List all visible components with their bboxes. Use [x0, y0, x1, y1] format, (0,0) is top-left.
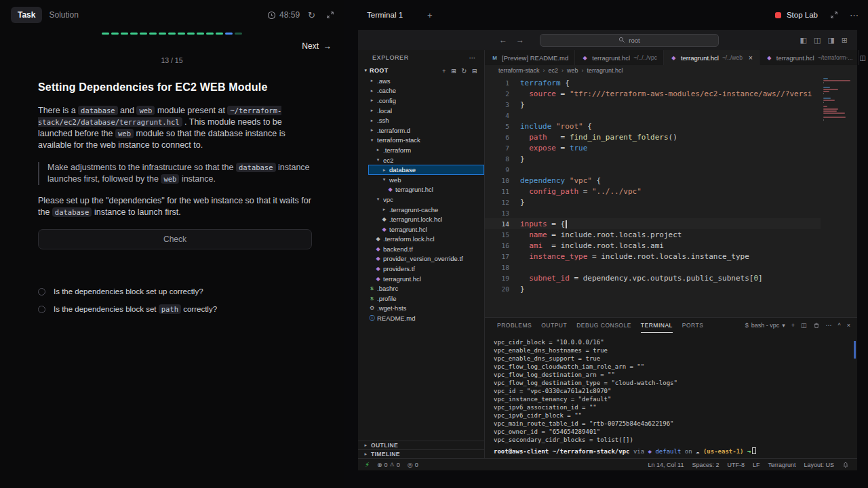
tree-item-.ssh[interactable]: ▸.ssh	[368, 115, 484, 125]
panel-tab-debug-console[interactable]: DEBUG CONSOLE	[576, 318, 631, 333]
code-line[interactable]: 8}	[485, 153, 857, 164]
customize-layout-icon[interactable]: ⊞	[842, 36, 848, 45]
remote-indicator-icon[interactable]: ⚡	[365, 461, 370, 468]
tree-item-database[interactable]: ▸database	[368, 165, 484, 175]
code-line[interactable]: 20}	[485, 283, 857, 294]
line-number[interactable]: 4	[485, 112, 509, 119]
breadcrumb-item[interactable]: web	[567, 67, 578, 74]
code-line[interactable]: 19 subnet_id = dependency.vpc.outputs.pu…	[485, 272, 857, 283]
panel-tab-problems[interactable]: PROBLEMS	[497, 318, 532, 333]
line-number[interactable]: 10	[485, 177, 509, 184]
line-number[interactable]: 11	[485, 188, 509, 195]
line-number[interactable]: 18	[485, 264, 509, 271]
command-center-search[interactable]: root	[540, 34, 719, 47]
next-button[interactable]: Next →	[302, 41, 332, 51]
code-line[interactable]: 4	[485, 110, 857, 121]
tree-item-vpc[interactable]: ▾vpc	[368, 195, 484, 205]
code-line[interactable]: 6 path = find_in_parent_folders()	[485, 131, 857, 142]
tree-item-.profile[interactable]: $.profile	[368, 293, 484, 304]
tree-item-.terraform.lock.hcl[interactable]: ◆.terraform.lock.hcl	[368, 235, 484, 245]
nav-back-icon[interactable]: ←	[499, 35, 507, 45]
breadcrumb-item[interactable]: terragrunt.hcl	[587, 67, 623, 74]
explorer-root-row[interactable]: ▾ ROOT + ⊞ ↻ ⊟	[358, 65, 484, 76]
outline-section[interactable]: ▸ OUTLINE	[358, 441, 484, 449]
indentation-setting[interactable]: Spaces: 2	[692, 462, 719, 468]
keyboard-layout[interactable]: Layout: US	[804, 462, 834, 468]
problems-status[interactable]: ⊗ 0 ⚠ 0	[377, 462, 400, 468]
new-terminal-icon[interactable]: +	[791, 322, 795, 329]
timeline-section[interactable]: ▸ TIMELINE	[358, 449, 484, 458]
tab-task[interactable]: Task	[11, 7, 42, 23]
code-editor[interactable]: 1terraform {2 source = "tfr:///terraform…	[485, 76, 857, 317]
code-line[interactable]: 16 ami = include.root.locals.ami	[485, 240, 857, 251]
kill-terminal-icon[interactable]	[813, 322, 820, 329]
toggle-secondary-sidebar-icon[interactable]: ◨	[827, 36, 834, 45]
cursor-position[interactable]: Ln 14, Col 11	[648, 462, 684, 468]
tree-item-.local[interactable]: ▸.local	[368, 106, 484, 116]
tree-item-.aws[interactable]: ▸.aws	[368, 76, 484, 86]
tab-terminal-1[interactable]: Terminal 1	[367, 11, 403, 19]
stop-lab-button[interactable]: Stop Lab	[787, 11, 818, 19]
line-number[interactable]: 13	[485, 209, 509, 217]
code-line[interactable]: 12}	[485, 197, 857, 207]
code-line[interactable]: 13	[485, 207, 857, 218]
line-number[interactable]: 12	[485, 199, 509, 206]
terminal[interactable]: vpc_cidr_block = "10.0.0.0/16"vpc_enable…	[485, 333, 857, 458]
explorer-more-icon[interactable]: ⋯	[469, 54, 476, 62]
tree-item-.cache[interactable]: ▸.cache	[368, 86, 484, 96]
line-number[interactable]: 16	[485, 242, 509, 249]
line-number[interactable]: 7	[485, 144, 509, 152]
eol-setting[interactable]: LF	[753, 462, 760, 468]
tree-item-.terraform.d[interactable]: ▸.terraform.d	[368, 125, 484, 136]
editor-tab-4[interactable]: ◆terragrunt.hcl~/terraform-...	[760, 50, 860, 65]
line-number[interactable]: 15	[485, 231, 509, 239]
tree-item-web[interactable]: ▾web	[368, 175, 484, 185]
tree-item-terragrunt.hcl[interactable]: ◆terragrunt.hcl	[368, 274, 484, 284]
code-line[interactable]: 14inputs = {	[485, 218, 857, 229]
ports-status[interactable]: ◎ 0	[408, 462, 418, 468]
split-terminal-icon[interactable]: ◫	[801, 322, 807, 329]
panel-tab-terminal[interactable]: TERMINAL	[641, 318, 673, 333]
code-line[interactable]: 3}	[485, 99, 857, 110]
collapse-folders-icon[interactable]: ⊟	[472, 67, 477, 75]
terminal-scrollbar[interactable]	[854, 341, 856, 359]
notifications-bell-icon[interactable]	[842, 462, 849, 468]
code-line[interactable]: 9	[485, 164, 857, 175]
code-line[interactable]: 7 expose = true	[485, 142, 857, 153]
tree-item-.terraform[interactable]: ▸.terraform	[368, 145, 484, 155]
code-line[interactable]: 10dependency "vpc" {	[485, 175, 857, 186]
panel-tab-ports[interactable]: PORTS	[682, 318, 704, 333]
line-number[interactable]: 17	[485, 253, 509, 260]
nav-forward-icon[interactable]: →	[516, 35, 524, 45]
fullscreen-icon[interactable]	[326, 11, 334, 19]
refresh-explorer-icon[interactable]: ↻	[461, 67, 467, 75]
tree-item-terragrunt.hcl[interactable]: ◆terragrunt.hcl	[368, 224, 484, 235]
tree-item-ec2[interactable]: ▾ec2	[368, 155, 484, 165]
code-line[interactable]: 1terraform {	[485, 77, 857, 88]
shell-selector[interactable]: $ bash - vpc ▾	[745, 322, 785, 329]
line-number[interactable]: 1	[485, 79, 509, 87]
line-number[interactable]: 3	[485, 101, 509, 108]
tree-item-provider_version_override.tf[interactable]: ◆provider_version_override.tf	[368, 254, 484, 264]
radio-button[interactable]	[38, 306, 45, 313]
line-number[interactable]: 2	[485, 90, 509, 98]
encoding-setting[interactable]: UTF-8	[727, 462, 745, 468]
tree-item-.wget-hsts[interactable]: ⚙.wget-hsts	[368, 304, 484, 314]
new-folder-icon[interactable]: ⊞	[451, 67, 456, 75]
minimap[interactable]	[821, 76, 857, 317]
new-file-icon[interactable]: +	[442, 67, 446, 75]
code-line[interactable]: 18	[485, 262, 857, 272]
code-line[interactable]: 11 config_path = "../../vpc"	[485, 186, 857, 197]
code-line[interactable]: 5include "root" {	[485, 121, 857, 131]
breadcrumb-item[interactable]: ec2	[549, 67, 559, 74]
toggle-panel-icon[interactable]: ◫	[814, 36, 821, 45]
line-number[interactable]: 19	[485, 274, 509, 282]
line-number[interactable]: 14	[485, 220, 509, 228]
tree-item-terraform-stack[interactable]: ▾terraform-stack	[368, 136, 484, 146]
code-line[interactable]: 2 source = "tfr:///terraform-aws-modules…	[485, 88, 857, 99]
line-number[interactable]: 5	[485, 123, 509, 130]
editor-tab-3[interactable]: ◆terragrunt.hcl~/../web×	[664, 50, 760, 65]
check-button[interactable]: Check	[38, 229, 312, 249]
restart-lab-icon[interactable]: ↻	[308, 11, 315, 20]
close-panel-icon[interactable]: ×	[847, 322, 850, 329]
